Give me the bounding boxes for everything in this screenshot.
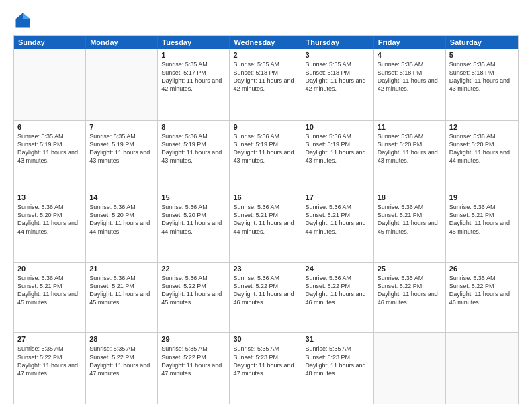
- day-number: 1: [161, 51, 226, 59]
- calendar-cell: 10Sunrise: 5:36 AM Sunset: 5:19 PM Dayli…: [302, 121, 374, 191]
- cell-info: Sunrise: 5:36 AM Sunset: 5:21 PM Dayligh…: [449, 203, 515, 236]
- calendar-cell: 6Sunrise: 5:35 AM Sunset: 5:19 PM Daylig…: [14, 121, 86, 191]
- cell-info: Sunrise: 5:35 AM Sunset: 5:18 PM Dayligh…: [306, 60, 370, 93]
- calendar-cell: 31Sunrise: 5:35 AM Sunset: 5:23 PM Dayli…: [302, 333, 374, 404]
- day-number: 18: [378, 193, 442, 201]
- cell-info: Sunrise: 5:36 AM Sunset: 5:20 PM Dayligh…: [161, 203, 226, 236]
- day-number: 25: [378, 265, 442, 273]
- cell-info: Sunrise: 5:35 AM Sunset: 5:18 PM Dayligh…: [449, 60, 515, 93]
- cell-info: Sunrise: 5:35 AM Sunset: 5:19 PM Dayligh…: [17, 132, 82, 165]
- cell-info: Sunrise: 5:35 AM Sunset: 5:18 PM Dayligh…: [378, 60, 442, 93]
- day-number: 10: [306, 123, 370, 131]
- calendar-week: 27Sunrise: 5:35 AM Sunset: 5:22 PM Dayli…: [14, 332, 518, 404]
- calendar-cell: 30Sunrise: 5:35 AM Sunset: 5:23 PM Dayli…: [230, 333, 302, 404]
- day-number: 30: [233, 335, 298, 343]
- calendar-cell: 26Sunrise: 5:35 AM Sunset: 5:22 PM Dayli…: [446, 263, 518, 333]
- header-day: Saturday: [446, 36, 518, 49]
- logo-icon: [13, 11, 32, 30]
- cell-info: Sunrise: 5:35 AM Sunset: 5:18 PM Dayligh…: [233, 60, 298, 93]
- calendar-cell: 24Sunrise: 5:36 AM Sunset: 5:22 PM Dayli…: [302, 263, 374, 333]
- calendar-week: 20Sunrise: 5:36 AM Sunset: 5:21 PM Dayli…: [14, 262, 518, 333]
- calendar-cell: 1Sunrise: 5:35 AM Sunset: 5:17 PM Daylig…: [158, 49, 230, 120]
- calendar-cell: 27Sunrise: 5:35 AM Sunset: 5:22 PM Dayli…: [14, 333, 86, 404]
- day-number: 22: [161, 265, 226, 273]
- day-number: 15: [161, 193, 226, 201]
- day-number: 24: [306, 265, 370, 273]
- calendar-cell: 5Sunrise: 5:35 AM Sunset: 5:18 PM Daylig…: [446, 49, 518, 120]
- calendar-cell: 20Sunrise: 5:36 AM Sunset: 5:21 PM Dayli…: [14, 263, 86, 333]
- calendar-cell: 9Sunrise: 5:36 AM Sunset: 5:19 PM Daylig…: [230, 121, 302, 191]
- day-number: 13: [17, 193, 82, 201]
- calendar-cell: 13Sunrise: 5:36 AM Sunset: 5:20 PM Dayli…: [14, 191, 86, 262]
- day-number: 7: [89, 123, 154, 131]
- cell-info: Sunrise: 5:36 AM Sunset: 5:20 PM Dayligh…: [378, 132, 442, 165]
- calendar-cell: 14Sunrise: 5:36 AM Sunset: 5:20 PM Dayli…: [86, 191, 158, 262]
- calendar-cell: 17Sunrise: 5:36 AM Sunset: 5:21 PM Dayli…: [302, 191, 374, 262]
- calendar-cell: 4Sunrise: 5:35 AM Sunset: 5:18 PM Daylig…: [374, 49, 446, 120]
- day-number: 4: [378, 51, 442, 59]
- header-day: Thursday: [302, 36, 374, 49]
- cell-info: Sunrise: 5:36 AM Sunset: 5:21 PM Dayligh…: [17, 274, 82, 307]
- logo: [13, 11, 35, 30]
- cell-info: Sunrise: 5:36 AM Sunset: 5:20 PM Dayligh…: [89, 203, 154, 236]
- day-number: 23: [233, 265, 298, 273]
- day-number: 26: [449, 265, 515, 273]
- day-number: 17: [306, 193, 370, 201]
- calendar-cell: [446, 333, 518, 404]
- day-number: 6: [17, 123, 82, 131]
- day-number: 27: [17, 335, 82, 343]
- header-day: Sunday: [14, 36, 86, 49]
- header-day: Friday: [374, 36, 446, 49]
- calendar-cell: 7Sunrise: 5:35 AM Sunset: 5:19 PM Daylig…: [86, 121, 158, 191]
- calendar-cell: 12Sunrise: 5:36 AM Sunset: 5:20 PM Dayli…: [446, 121, 518, 191]
- calendar-cell: 15Sunrise: 5:36 AM Sunset: 5:20 PM Dayli…: [158, 191, 230, 262]
- cell-info: Sunrise: 5:35 AM Sunset: 5:19 PM Dayligh…: [89, 132, 154, 165]
- day-number: 2: [233, 51, 298, 59]
- calendar-cell: 21Sunrise: 5:36 AM Sunset: 5:21 PM Dayli…: [86, 263, 158, 333]
- cell-info: Sunrise: 5:36 AM Sunset: 5:19 PM Dayligh…: [306, 132, 370, 165]
- calendar-cell: 3Sunrise: 5:35 AM Sunset: 5:18 PM Daylig…: [302, 49, 374, 120]
- calendar-week: 1Sunrise: 5:35 AM Sunset: 5:17 PM Daylig…: [14, 49, 518, 120]
- cell-info: Sunrise: 5:35 AM Sunset: 5:23 PM Dayligh…: [233, 345, 298, 377]
- calendar: SundayMondayTuesdayWednesdayThursdayFrid…: [13, 35, 519, 404]
- day-number: 5: [449, 51, 515, 59]
- cell-info: Sunrise: 5:35 AM Sunset: 5:17 PM Dayligh…: [161, 60, 226, 93]
- cell-info: Sunrise: 5:36 AM Sunset: 5:22 PM Dayligh…: [233, 274, 298, 307]
- cell-info: Sunrise: 5:36 AM Sunset: 5:21 PM Dayligh…: [378, 203, 442, 236]
- day-number: 12: [449, 123, 515, 131]
- svg-marker-1: [23, 13, 30, 19]
- day-number: 19: [449, 193, 515, 201]
- calendar-cell: 11Sunrise: 5:36 AM Sunset: 5:20 PM Dayli…: [374, 121, 446, 191]
- page: SundayMondayTuesdayWednesdayThursdayFrid…: [0, 0, 532, 411]
- cell-info: Sunrise: 5:35 AM Sunset: 5:22 PM Dayligh…: [17, 345, 82, 377]
- header: [13, 11, 519, 30]
- calendar-week: 13Sunrise: 5:36 AM Sunset: 5:20 PM Dayli…: [14, 191, 518, 262]
- header-day: Monday: [86, 36, 158, 49]
- cell-info: Sunrise: 5:35 AM Sunset: 5:22 PM Dayligh…: [161, 345, 226, 377]
- day-number: 8: [161, 123, 226, 131]
- cell-info: Sunrise: 5:36 AM Sunset: 5:19 PM Dayligh…: [161, 132, 226, 165]
- calendar-cell: 18Sunrise: 5:36 AM Sunset: 5:21 PM Dayli…: [374, 191, 446, 262]
- calendar-cell: 2Sunrise: 5:35 AM Sunset: 5:18 PM Daylig…: [230, 49, 302, 120]
- calendar-cell: 25Sunrise: 5:35 AM Sunset: 5:22 PM Dayli…: [374, 263, 446, 333]
- day-number: 20: [17, 265, 82, 273]
- day-number: 16: [233, 193, 298, 201]
- cell-info: Sunrise: 5:36 AM Sunset: 5:22 PM Dayligh…: [306, 274, 370, 307]
- day-number: 11: [378, 123, 442, 131]
- cell-info: Sunrise: 5:35 AM Sunset: 5:23 PM Dayligh…: [306, 345, 370, 377]
- calendar-week: 6Sunrise: 5:35 AM Sunset: 5:19 PM Daylig…: [14, 120, 518, 191]
- calendar-cell: 8Sunrise: 5:36 AM Sunset: 5:19 PM Daylig…: [158, 121, 230, 191]
- calendar-cell: [86, 49, 158, 120]
- calendar-cell: 22Sunrise: 5:36 AM Sunset: 5:22 PM Dayli…: [158, 263, 230, 333]
- calendar-header: SundayMondayTuesdayWednesdayThursdayFrid…: [14, 36, 518, 49]
- cell-info: Sunrise: 5:36 AM Sunset: 5:21 PM Dayligh…: [233, 203, 298, 236]
- day-number: 21: [89, 265, 154, 273]
- calendar-cell: 16Sunrise: 5:36 AM Sunset: 5:21 PM Dayli…: [230, 191, 302, 262]
- calendar-cell: 28Sunrise: 5:35 AM Sunset: 5:22 PM Dayli…: [86, 333, 158, 404]
- day-number: 3: [306, 51, 370, 59]
- cell-info: Sunrise: 5:35 AM Sunset: 5:22 PM Dayligh…: [378, 274, 442, 307]
- header-day: Tuesday: [158, 36, 230, 49]
- cell-info: Sunrise: 5:36 AM Sunset: 5:20 PM Dayligh…: [449, 132, 515, 165]
- cell-info: Sunrise: 5:35 AM Sunset: 5:22 PM Dayligh…: [89, 345, 154, 377]
- cell-info: Sunrise: 5:36 AM Sunset: 5:22 PM Dayligh…: [161, 274, 226, 307]
